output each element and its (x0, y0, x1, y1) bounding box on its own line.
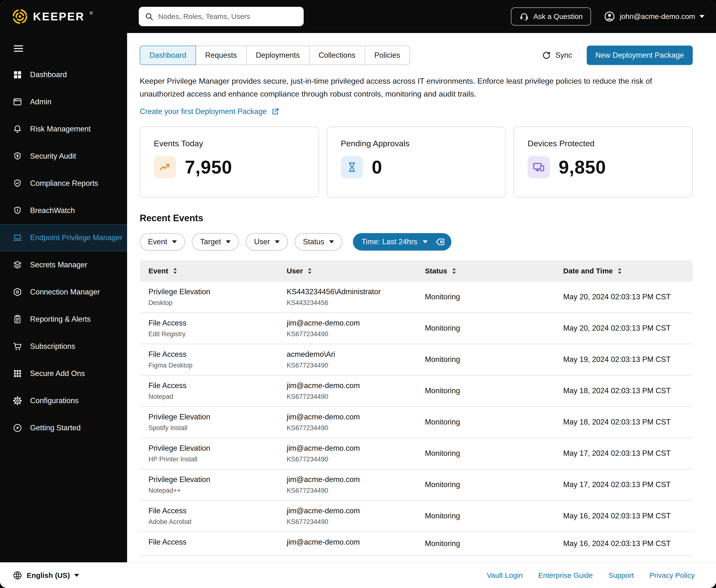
event-name: File Access (148, 319, 274, 328)
enterprise-guide-link[interactable]: Enterprise Guide (538, 571, 593, 580)
cart-icon (13, 341, 22, 351)
column-header-user[interactable]: User (278, 260, 416, 281)
ask-question-label: Ask a Question (533, 13, 583, 21)
external-link-icon (271, 107, 279, 116)
keeper-logo: KEEPER ® (12, 8, 93, 25)
date-cell: May 18, 2024 02:03:13 PM CST (554, 375, 693, 406)
user-device: KS443234456 (287, 299, 412, 307)
sync-label: Sync (555, 51, 572, 60)
brand-wordmark: KEEPER (33, 10, 85, 23)
event-row: Privilege ElevationNotepad++ jim@acme-de… (140, 469, 693, 500)
event-cell: File AccessNotepad (140, 375, 278, 406)
sidebar-item-endpoint-privilege-manager[interactable]: Endpoint Privilege Manager (0, 224, 127, 251)
user-device: KS677234490 (287, 362, 412, 369)
search-icon (145, 12, 154, 21)
support-link[interactable]: Support (608, 571, 634, 580)
keeper-logo-icon (12, 8, 28, 25)
user-cell: jim@acme-demo.comKS677234490 (278, 500, 416, 532)
footer: English (US) Vault Login Enterprise Guid… (0, 563, 716, 588)
filter-user[interactable]: User (246, 233, 288, 251)
status-cell: Monitoring (416, 469, 554, 500)
event-row: File AccessFigma Desktop acmedemo\AriKS6… (140, 344, 693, 375)
status-cell: Monitoring (416, 313, 554, 344)
stat-value: 7,950 (185, 156, 232, 177)
event-target: Adobe Acrobat (148, 518, 274, 526)
sidebar-item-breachwatch[interactable]: BreachWatch (0, 197, 127, 224)
event-cell: File AccessAdobe Acrobat (140, 500, 278, 532)
account-menu[interactable]: john@acme-demo.com (604, 11, 704, 22)
event-cell: File AccessFigma Desktop (140, 344, 278, 375)
tab-deployments[interactable]: Deployments (246, 46, 310, 65)
column-header-event[interactable]: Event (140, 260, 278, 281)
column-label: Status (425, 267, 447, 275)
column-header-date[interactable]: Date and Time (554, 260, 693, 281)
tab-collections[interactable]: Collections (309, 46, 365, 65)
stat-label: Events Today (154, 139, 305, 148)
user-cell: jim@acme-demo.comKS677234490 (278, 438, 416, 469)
filter-label: Target (200, 237, 221, 246)
status-cell: Monitoring (416, 281, 554, 313)
sidebar-item-subscriptions[interactable]: Subscriptions (0, 333, 127, 360)
filter-status[interactable]: Status (295, 233, 342, 251)
sort-icon (617, 267, 622, 275)
shield-icon (13, 151, 22, 161)
search-input[interactable] (158, 13, 298, 21)
user-cell: jim@acme-demo.comKS677234490 (278, 469, 416, 500)
tab-requests[interactable]: Requests (195, 46, 247, 65)
stat-label: Pending Approvals (341, 139, 492, 148)
sidebar-item-getting-started[interactable]: Getting Started (0, 414, 127, 441)
event-target: Notepad++ (148, 487, 274, 495)
chevron-down-icon (74, 574, 79, 577)
clear-time-filter-button[interactable] (433, 236, 446, 247)
column-label: Date and Time (563, 267, 613, 275)
user-cell: jim@acme-demo.com (278, 532, 416, 555)
vault-login-link[interactable]: Vault Login (487, 571, 523, 580)
sidebar-item-label: Dashboard (30, 70, 67, 79)
new-deployment-package-button[interactable]: New Deployment Package (587, 46, 693, 65)
date-cell: May 16, 2024 02:03:13 PM CST (554, 500, 693, 532)
sidebar-item-secrets-manager[interactable]: Secrets Manager (0, 251, 127, 278)
tab-policies[interactable]: Policies (364, 46, 410, 65)
window-icon (13, 97, 22, 107)
hamburger-menu-icon[interactable] (13, 43, 25, 54)
tab-dashboard[interactable]: Dashboard (140, 46, 196, 65)
chevron-down-icon (699, 15, 704, 18)
filter-target[interactable]: Target (192, 233, 239, 251)
sidebar-item-configurations[interactable]: Configurations (0, 387, 127, 414)
event-row: Privilege ElevationHP Printer Install ji… (140, 438, 693, 469)
status-cell: Monitoring (416, 375, 554, 406)
refresh-icon (542, 51, 551, 60)
stat-label: Devices Protected (528, 139, 679, 148)
sidebar-item-compliance-reports[interactable]: Compliance Reports (0, 170, 127, 197)
date-cell: May 16, 2024 02:03:13 PM CST (554, 532, 693, 555)
sidebar-item-reporting-alerts[interactable]: Reporting & Alerts (0, 306, 127, 333)
stat-card-devices-protected: Devices Protected 9,850 (513, 127, 693, 197)
filter-time[interactable]: Time: Last 24hrs (353, 233, 451, 251)
filter-event[interactable]: Event (140, 233, 185, 251)
user-name: jim@acme-demo.com (287, 319, 412, 328)
event-cell: Privilege ElevationSpotify Install (140, 406, 278, 438)
create-deployment-package-link[interactable]: Create your first Deployment Package (140, 107, 279, 116)
column-header-status[interactable]: Status (416, 260, 554, 281)
date-cell: May 20, 2024 02:03:13 PM CST (554, 281, 693, 313)
privacy-policy-link[interactable]: Privacy Policy (649, 571, 695, 580)
hexagon-icon (13, 287, 22, 297)
status-cell: Monitoring (416, 532, 554, 555)
stat-value: 9,850 (559, 156, 606, 177)
sidebar-item-security-audit[interactable]: Security Audit (0, 143, 127, 170)
sidebar-item-secure-add-ons[interactable]: Secure Add Ons (0, 360, 127, 387)
sidebar-item-connection-manager[interactable]: Connection Manager (0, 278, 127, 306)
sidebar-item-risk-management[interactable]: Risk Management (0, 115, 127, 143)
filter-label: Status (303, 237, 324, 246)
event-cell: Privilege ElevationDesktop (140, 281, 278, 313)
sidebar-item-admin[interactable]: Admin (0, 88, 127, 115)
user-name: jim@acme-demo.com (287, 413, 412, 421)
user-cell: jim@acme-demo.comKS677234490 (278, 313, 416, 344)
event-target: Desktop (148, 299, 274, 307)
sidebar-item-dashboard[interactable]: Dashboard (0, 61, 127, 88)
sync-button[interactable]: Sync (542, 51, 572, 60)
ask-question-button[interactable]: Ask a Question (511, 7, 591, 26)
language-selector[interactable]: English (US) (13, 570, 79, 580)
status-cell: Monitoring (416, 500, 554, 532)
sort-icon (173, 267, 177, 275)
